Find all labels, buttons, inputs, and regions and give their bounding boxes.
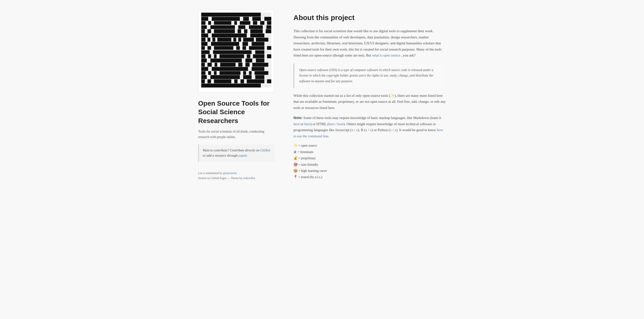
legend-item: 🖥 = freemium xyxy=(294,149,446,155)
note-r-text: ), R ( xyxy=(358,128,365,132)
note-js-x2[interactable]: x xyxy=(356,128,358,132)
note-python-text: ) or Python ( xyxy=(372,128,390,132)
note-r-slash: / xyxy=(367,128,370,132)
page-wrapper: Open Source Tools for Social Science Res… xyxy=(191,0,453,190)
contribute-prefix: Want to contribute? Contribute directly … xyxy=(203,149,260,152)
yopad-link[interactable]: yopad xyxy=(238,154,246,157)
note-html-here2[interactable]: here xyxy=(338,122,344,126)
sidebar-footer: List is maintained by @aleesteele. Hoste… xyxy=(198,171,274,181)
note-here1[interactable]: here xyxy=(294,122,300,126)
legend-item: 💰 = proprietary xyxy=(294,156,446,161)
blockquote: Open-source software (OSS) is a type of … xyxy=(294,63,446,88)
note-r-x2[interactable]: x xyxy=(370,128,372,132)
contribute-box: Want to contribute? Contribute directly … xyxy=(198,144,274,162)
footer-maintained-line: List is maintained by @aleesteele. xyxy=(198,171,274,176)
blockquote-text: Open-source software (OSS) is a type of … xyxy=(299,68,434,83)
footer-hosted-line: Hosted on GitHub Pages — Theme by ordere… xyxy=(198,176,274,181)
note-slash1: / xyxy=(334,122,338,126)
footer-hosted-text: Hosted on GitHub Pages — Theme by xyxy=(198,176,243,180)
open-source-link[interactable]: what is open source xyxy=(372,53,400,57)
para2-before: While this collection started out as a l… xyxy=(294,94,390,98)
main-content: About this project This collection is fo… xyxy=(294,10,446,181)
main-heading: About this project xyxy=(294,12,446,23)
note-cmd-text: ). It would be good to know xyxy=(396,128,437,132)
note-text-markdown: Some of these tools may require knowledg… xyxy=(302,116,441,120)
page-subtitle: Tools for social scientists of all kinds… xyxy=(198,129,274,140)
note-paragraph: Note: Some of these tools may require kn… xyxy=(294,115,446,139)
footer-author-link[interactable]: @aleesteele xyxy=(223,171,237,175)
legend-list: ✨ = open source🖥 = freemium💰 = proprieta… xyxy=(294,143,446,180)
legend-item: 🥨 = high learning curve xyxy=(294,168,446,174)
pixel-art-container xyxy=(198,10,274,93)
page-title: Open Source Tools for Social Science Res… xyxy=(198,99,274,125)
contribute-end: . xyxy=(246,154,248,157)
sidebar: Open Source Tools for Social Science Res… xyxy=(198,10,274,181)
intro-paragraph: This collection is for social scientists… xyxy=(294,28,446,59)
intro-text: This collection is for social scientists… xyxy=(294,29,442,57)
github-link[interactable]: GitHub xyxy=(260,149,270,152)
para2: While this collection started out as a l… xyxy=(294,93,446,111)
note-js-slash: / xyxy=(354,128,356,132)
note-html-text: ) or HTML ( xyxy=(310,122,329,126)
note-label: Note: xyxy=(294,116,302,120)
note-end: . xyxy=(328,134,330,138)
legend-item: ✨ = open source xyxy=(294,143,446,148)
note-r-x1[interactable]: x xyxy=(365,128,367,132)
note-python-slash: / xyxy=(392,128,394,132)
intro-suffix: , you ask? xyxy=(401,53,415,57)
note-here2[interactable]: here xyxy=(304,122,310,126)
legend-item: 🎯 = user-friendly xyxy=(294,162,446,167)
note-python-x2[interactable]: x xyxy=(394,128,396,132)
note-or: or xyxy=(300,122,304,126)
footer-theme-link[interactable]: orderedlist xyxy=(243,176,255,180)
star-link[interactable]: ✨ xyxy=(390,94,395,98)
pixel-art-image xyxy=(201,13,271,88)
footer-maintained-prefix: List is maintained by xyxy=(198,171,223,175)
note-html-here1[interactable]: here xyxy=(328,122,334,126)
contribute-middle: or add a resource through xyxy=(203,154,238,157)
legend-item: 📍 = tested (by a.l.s.) xyxy=(294,175,446,180)
note-js-x1[interactable]: x xyxy=(352,128,354,132)
